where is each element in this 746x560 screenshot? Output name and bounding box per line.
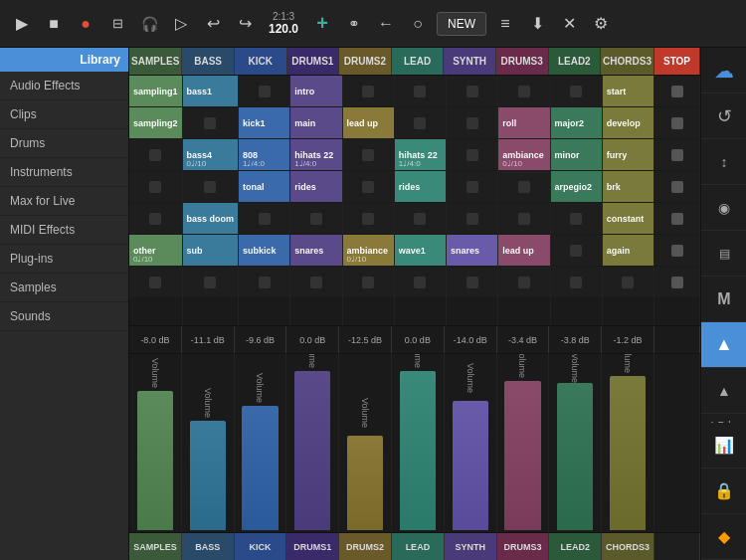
clip-empty[interactable] (343, 267, 394, 298)
eye-button[interactable]: ◉ (701, 185, 746, 231)
fader-lead2[interactable]: Volume (549, 354, 602, 532)
sidebar-item-midi-effects[interactable]: MIDI Effects (0, 216, 128, 245)
stop-2[interactable] (654, 139, 699, 171)
clip-chords3-4[interactable]: constant (603, 203, 653, 235)
clip-samples-1[interactable]: sampling2 (129, 107, 182, 139)
clip-drums1-5[interactable]: snares (290, 235, 341, 267)
clip-empty[interactable] (551, 267, 602, 298)
clip-samples-0[interactable]: sampling1 (129, 76, 182, 107)
arrangement-button[interactable]: ⊟ (101, 8, 133, 40)
clip-kick-2[interactable]: 8081♩/4:0 (239, 139, 289, 171)
clip-drums1-1[interactable]: main (290, 107, 341, 139)
fader-bass[interactable]: Volume (182, 354, 235, 532)
stop-button[interactable]: ■ (38, 8, 70, 40)
clip-lead2-2[interactable]: minor (551, 139, 602, 171)
close-button[interactable]: ✕ (553, 8, 585, 40)
clip-empty[interactable] (498, 203, 549, 235)
clip-empty[interactable] (239, 76, 289, 107)
list-button[interactable]: ≡ (489, 8, 521, 40)
clip-empty[interactable] (183, 171, 239, 203)
stop-3[interactable] (654, 171, 699, 203)
clip-empty[interactable] (129, 139, 182, 171)
undo-button[interactable]: ↩ (197, 8, 229, 40)
clip-empty[interactable] (447, 267, 497, 298)
clip-empty[interactable] (290, 267, 341, 298)
sidebar-item-samples[interactable]: Samples (0, 274, 128, 302)
clip-kick-1[interactable]: kick1 (239, 107, 289, 139)
clip-empty[interactable] (551, 203, 602, 235)
clip-empty[interactable] (129, 203, 182, 235)
clip-drums2-1[interactable]: lead up (343, 107, 394, 139)
clip-lead-2[interactable]: hihats 221♩/4:0 (395, 139, 446, 171)
clip-kick-5[interactable]: subkick (239, 235, 289, 267)
clip-empty[interactable] (551, 235, 602, 267)
download-button[interactable]: ⬇ (521, 8, 553, 40)
clip-bass-5[interactable]: sub (183, 235, 239, 267)
clip-empty[interactable] (129, 267, 182, 298)
stop-1[interactable] (654, 107, 699, 139)
fader-drums1[interactable]: Volume (286, 354, 339, 532)
sidebar-item-max-for-live[interactable]: Max for Live (0, 187, 128, 216)
fader-chords3[interactable]: Volume (602, 354, 654, 532)
clip-empty[interactable] (343, 76, 394, 107)
fader-lead[interactable]: Volume (392, 354, 445, 532)
add-button[interactable]: + (306, 8, 338, 40)
play-button[interactable]: ▶ (6, 8, 38, 40)
clip-samples-5[interactable]: other0♩/10 (129, 235, 182, 267)
clip-empty[interactable] (498, 171, 549, 203)
clip-lead-5[interactable]: wave1 (395, 235, 446, 267)
chart-button[interactable]: 📊 (701, 423, 746, 468)
headphones-button[interactable]: 🎧 (133, 8, 165, 40)
lock-button[interactable]: 🔒 (701, 468, 746, 514)
clip-drums3-2[interactable]: ambiance0♩/10 (498, 139, 549, 171)
clip-empty[interactable] (395, 76, 446, 107)
clip-lead-3[interactable]: rides (395, 171, 446, 203)
m-button[interactable]: M (701, 277, 746, 322)
up-button[interactable]: ▲ (701, 368, 746, 414)
clip-empty[interactable] (239, 267, 289, 298)
clip-chords3-2[interactable]: furry (603, 139, 653, 171)
clip-empty[interactable] (183, 107, 239, 139)
clip-empty[interactable] (343, 171, 394, 203)
clip-drums1-0[interactable]: intro (290, 76, 341, 107)
fader-kick[interactable]: Volume (235, 354, 287, 532)
clip-empty[interactable] (447, 76, 497, 107)
play2-button[interactable]: ▷ (165, 8, 197, 40)
triangle-button[interactable]: ▲ (701, 322, 746, 368)
stop-4[interactable] (654, 203, 699, 235)
clip-empty[interactable] (290, 203, 341, 235)
clip-chords3-1[interactable]: develop (603, 107, 653, 139)
col-header-stop[interactable]: STOP (654, 48, 700, 75)
clip-chords3-5[interactable]: again (603, 235, 653, 267)
clip-lead2-1[interactable]: major2 (551, 107, 602, 139)
clip-drums1-2[interactable]: hihats 221♩/4:0 (290, 139, 341, 171)
clip-empty[interactable] (395, 267, 446, 298)
clip-empty[interactable] (343, 139, 394, 171)
clip-bass-4[interactable]: bass doom (183, 203, 239, 235)
marker-button[interactable]: ◆ (701, 514, 746, 560)
settings-button[interactable]: ⚙ (585, 8, 617, 40)
clip-bass-0[interactable]: bass1 (183, 76, 239, 107)
clip-bass-2[interactable]: bass40♩/10 (183, 139, 239, 171)
fader-synth[interactable]: Volume (445, 354, 497, 532)
clip-synth-5[interactable]: snares (447, 235, 497, 267)
record-button[interactable]: ● (70, 8, 101, 40)
clip-empty[interactable] (239, 203, 289, 235)
clip-empty[interactable] (343, 203, 394, 235)
sidebar-item-plugins[interactable]: Plug-ins (0, 245, 128, 274)
back-button[interactable]: ← (370, 8, 402, 40)
sidebar-item-audio-effects[interactable]: Audio Effects (0, 72, 128, 100)
clip-chords3-3[interactable]: brk (603, 171, 653, 203)
clip-kick-3[interactable]: tonal (239, 171, 289, 203)
clip-empty[interactable] (447, 107, 497, 139)
redo-button[interactable]: ↪ (229, 8, 261, 40)
updown-button[interactable]: ↕ (701, 139, 746, 185)
loop-button[interactable]: ↺ (701, 93, 746, 139)
effect-a-echo[interactable]: A-Echo (701, 414, 746, 423)
clip-empty[interactable] (551, 76, 602, 107)
clip-drums3-5[interactable]: lead up (498, 235, 549, 267)
cloud-button[interactable]: ☁ (701, 48, 746, 93)
clip-empty[interactable] (395, 107, 446, 139)
stop-5[interactable] (654, 235, 699, 267)
clip2-button[interactable]: ▤ (701, 231, 746, 277)
